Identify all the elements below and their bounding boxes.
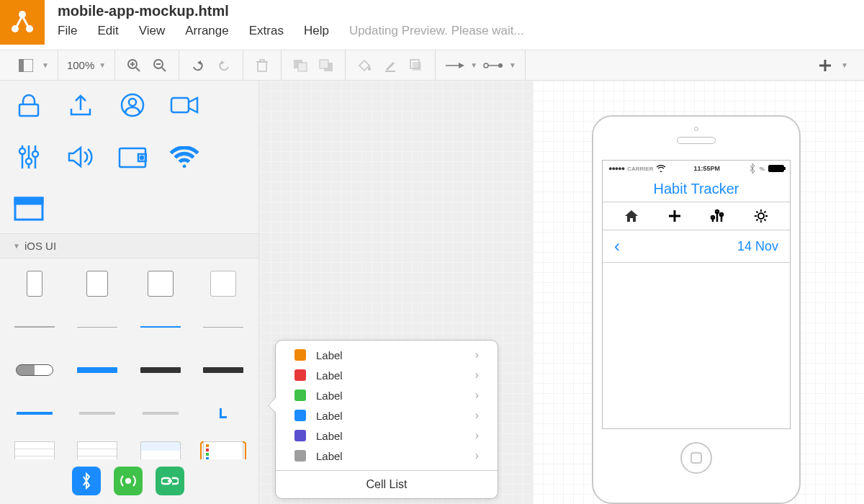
link-icon[interactable] bbox=[156, 467, 184, 495]
caret-icon[interactable]: ▼ bbox=[470, 61, 477, 69]
signal-icon: ●●●●● bbox=[608, 165, 624, 172]
svg-rect-42 bbox=[15, 198, 42, 204]
bluetooth-icon bbox=[749, 163, 756, 174]
sliders-icon[interactable] bbox=[12, 140, 46, 174]
preview-row: Label› bbox=[276, 426, 498, 446]
wallet-icon[interactable] bbox=[115, 140, 150, 174]
svg-point-43 bbox=[126, 479, 130, 483]
view-mode-icon[interactable] bbox=[16, 55, 36, 76]
svg-point-37 bbox=[32, 151, 38, 157]
document-title[interactable]: mobile-app-mockup.html bbox=[58, 3, 851, 19]
shape-divider[interactable] bbox=[12, 312, 58, 342]
shape-preview-popup: Label› Label› Label› Label› Label› Label… bbox=[275, 340, 498, 499]
gear-icon[interactable] bbox=[753, 208, 769, 224]
camera-icon bbox=[694, 127, 698, 131]
preview-row: Label› bbox=[276, 345, 498, 365]
preview-row: Label› bbox=[276, 405, 498, 426]
speaker-icon[interactable] bbox=[63, 140, 98, 174]
to-back-icon[interactable] bbox=[316, 55, 336, 76]
svg-rect-18 bbox=[320, 60, 328, 68]
svg-rect-28 bbox=[19, 104, 38, 116]
window-icon[interactable] bbox=[12, 192, 46, 226]
shape-divider-blue[interactable] bbox=[138, 312, 184, 342]
insert-icon[interactable] bbox=[815, 55, 835, 76]
preview-row: Label› bbox=[276, 385, 498, 405]
shape-ipad-large[interactable] bbox=[138, 269, 184, 299]
plus-icon[interactable] bbox=[667, 208, 683, 224]
zoom-level[interactable]: 100%▼ bbox=[67, 59, 106, 71]
zoom-out-icon[interactable] bbox=[150, 55, 170, 76]
to-front-icon[interactable] bbox=[290, 55, 310, 76]
shape-segmented-blue[interactable] bbox=[74, 355, 120, 385]
shape-small[interactable] bbox=[13, 467, 59, 497]
svg-line-10 bbox=[162, 68, 166, 71]
shape-divider-thin[interactable] bbox=[74, 312, 120, 342]
menu-help[interactable]: Help bbox=[304, 24, 329, 38]
menu-file[interactable]: File bbox=[58, 24, 77, 38]
shape-divider-right[interactable] bbox=[200, 312, 246, 342]
bluetooth-icon[interactable] bbox=[72, 467, 101, 495]
stats-icon[interactable] bbox=[710, 208, 726, 224]
fill-color-icon[interactable] bbox=[354, 55, 374, 76]
phone-screen: ●●●●● CARRIER 11:55PM % Habit Tracker bbox=[602, 160, 791, 429]
line-color-icon[interactable] bbox=[380, 55, 400, 76]
chevron-left-icon[interactable]: ‹ bbox=[614, 236, 620, 256]
wifi-icon bbox=[657, 165, 665, 172]
chevron-right-icon: › bbox=[475, 409, 479, 422]
chevron-right-icon: › bbox=[475, 348, 479, 361]
video-icon[interactable] bbox=[167, 88, 202, 122]
wifi-icon[interactable] bbox=[167, 140, 202, 174]
status-message: Updating Preview. Please wait... bbox=[349, 24, 524, 38]
menu-view[interactable]: View bbox=[139, 24, 166, 38]
shape-cell-list[interactable] bbox=[200, 441, 246, 459]
svg-rect-19 bbox=[385, 71, 395, 72]
shadow-icon[interactable] bbox=[406, 55, 426, 76]
app-logo[interactable] bbox=[0, 0, 45, 45]
phone-mockup[interactable]: ●●●●● CARRIER 11:55PM % Habit Tracker bbox=[592, 115, 801, 504]
svg-point-40 bbox=[140, 156, 143, 159]
shape-segmented-dark[interactable] bbox=[138, 355, 184, 385]
shape-bar3[interactable] bbox=[138, 398, 184, 428]
app-header: mobile-app-mockup.html File Edit View Ar… bbox=[0, 0, 864, 50]
menu-edit[interactable]: Edit bbox=[97, 24, 118, 38]
shape-ipad-pro[interactable] bbox=[200, 269, 246, 299]
tab-bar bbox=[603, 202, 790, 230]
caret-icon[interactable]: ▼ bbox=[509, 61, 516, 69]
shape-grid bbox=[0, 258, 258, 459]
phone-top bbox=[602, 125, 791, 160]
svg-rect-16 bbox=[298, 63, 307, 71]
caret-icon[interactable]: ▼ bbox=[42, 61, 49, 69]
section-header-ios[interactable]: ▼ iOS UI bbox=[0, 233, 258, 258]
shape-ipad[interactable] bbox=[74, 269, 120, 299]
delete-icon[interactable] bbox=[252, 55, 272, 76]
shape-bar1[interactable] bbox=[12, 398, 58, 428]
shape-segmented-dark2[interactable] bbox=[200, 355, 246, 385]
chevron-down-icon: ▼ bbox=[13, 242, 20, 250]
shape-table[interactable] bbox=[12, 441, 58, 459]
svg-rect-12 bbox=[258, 62, 266, 71]
user-icon[interactable] bbox=[115, 88, 150, 122]
shape-iphone[interactable] bbox=[12, 269, 58, 299]
menu-bar: File Edit View Arrange Extras Help Updat… bbox=[58, 24, 851, 38]
caret-icon[interactable]: ▼ bbox=[841, 61, 848, 69]
zoom-in-icon[interactable] bbox=[124, 55, 144, 76]
shape-table2[interactable] bbox=[74, 441, 120, 459]
shape-bar2[interactable] bbox=[74, 398, 120, 428]
upload-icon[interactable] bbox=[63, 88, 98, 122]
redo-icon[interactable] bbox=[214, 55, 234, 76]
shape-form[interactable] bbox=[138, 441, 184, 459]
lock-icon[interactable] bbox=[12, 88, 46, 122]
broadcast-icon[interactable] bbox=[114, 467, 143, 495]
waypoint-icon[interactable] bbox=[483, 55, 503, 76]
connection-icon[interactable] bbox=[444, 55, 464, 76]
canvas[interactable]: Label› Label› Label› Label› Label› Label… bbox=[259, 81, 864, 504]
shape-corner[interactable] bbox=[200, 398, 246, 428]
home-button[interactable] bbox=[680, 442, 712, 474]
svg-point-52 bbox=[758, 213, 764, 219]
shape-toggle[interactable] bbox=[12, 355, 58, 385]
status-time: 11:55PM bbox=[693, 165, 720, 172]
undo-icon[interactable] bbox=[188, 55, 208, 76]
home-icon[interactable] bbox=[624, 208, 639, 224]
menu-arrange[interactable]: Arrange bbox=[185, 24, 228, 38]
menu-extras[interactable]: Extras bbox=[249, 24, 284, 38]
